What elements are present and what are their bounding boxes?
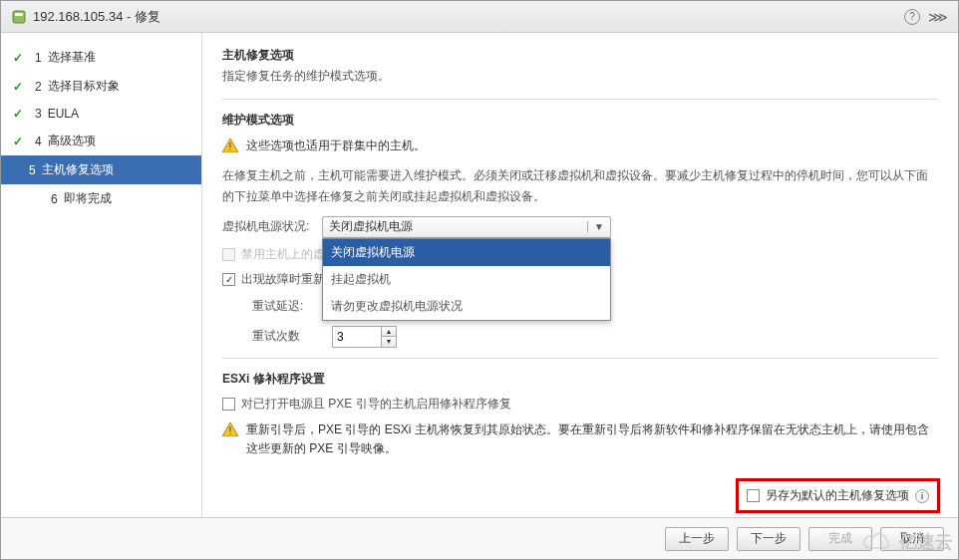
esxi-pxe-checkbox[interactable]: [222, 398, 235, 411]
dropdown-option-poweroff[interactable]: 关闭虚拟机电源: [323, 239, 610, 266]
finish-button: 完成: [808, 527, 872, 551]
dialog-body: ✓1选择基准 ✓2选择目标对象 ✓3EULA ✓4高级选项 5主机修复选项 ✓6…: [1, 33, 958, 517]
svg-rect-0: [13, 11, 25, 23]
next-button[interactable]: 下一步: [737, 527, 800, 551]
maintenance-warning: ! 这些选项也适用于群集中的主机。: [222, 137, 938, 155]
maintenance-paragraph: 在修复主机之前，主机可能需要进入维护模式。必须关闭或迁移虚拟机和虚拟设备。要减少…: [222, 165, 938, 206]
spinner-up-icon[interactable]: ▲: [382, 327, 396, 337]
wizard-sidebar: ✓1选择基准 ✓2选择目标对象 ✓3EULA ✓4高级选项 5主机修复选项 ✓6…: [1, 33, 202, 517]
esxi-warning: ! 重新引导后，PXE 引导的 ESXi 主机将恢复到其原始状态。要在重新引导后…: [222, 420, 938, 458]
cancel-button[interactable]: 取消: [880, 527, 944, 551]
vm-power-select[interactable]: 关闭虚拟机电源 ▼ 关闭虚拟机电源 挂起虚拟机 请勿更改虚拟机电源状况: [322, 216, 611, 238]
help-icon[interactable]: ?: [904, 9, 920, 25]
info-icon[interactable]: i: [915, 489, 929, 503]
dialog-window: 192.168.105.34 - 修复 ? ⋙ ✓1选择基准 ✓2选择目标对象 …: [0, 0, 959, 560]
esxi-pxe-label: 对已打开电源且 PXE 引导的主机启用修补程序修复: [241, 396, 511, 413]
retry-delay-label: 重试延迟:: [222, 298, 332, 315]
disable-dpm-checkbox: [222, 248, 235, 261]
esxi-pxe-row: 对已打开电源且 PXE 引导的主机启用修补程序修复: [222, 396, 938, 413]
svg-rect-1: [15, 13, 23, 16]
retry-count-spinner[interactable]: ▲▼: [332, 326, 397, 348]
step-select-target[interactable]: ✓2选择目标对象: [1, 72, 201, 101]
maintenance-warning-text: 这些选项也适用于群集中的主机。: [246, 137, 426, 155]
svg-text:!: !: [229, 141, 232, 152]
retry-count-row: 重试次数 ▲▼: [222, 326, 938, 348]
window-title: 192.168.105.34 - 修复: [33, 8, 904, 26]
step-ready-complete[interactable]: ✓6即将完成: [1, 184, 201, 213]
svg-text:!: !: [229, 425, 232, 436]
divider: [222, 358, 938, 359]
step-advanced[interactable]: ✓4高级选项: [1, 127, 201, 155]
page-description: 指定修复任务的维护模式选项。: [222, 68, 938, 85]
expand-icon[interactable]: ⋙: [928, 9, 948, 25]
maintenance-header: 维护模式选项: [222, 112, 938, 129]
content-panel: 主机修复选项 指定修复任务的维护模式选项。 维护模式选项 ! 这些选项也适用于群…: [202, 33, 958, 517]
vm-power-row: 虚拟机电源状况: 关闭虚拟机电源 ▼ 关闭虚拟机电源 挂起虚拟机 请勿更改虚拟机…: [222, 216, 938, 238]
divider: [222, 99, 938, 100]
save-default-label: 另存为默认的主机修复选项: [766, 487, 909, 504]
retry-on-fail-checkbox[interactable]: [222, 273, 235, 286]
retry-on-fail-label: 出现故障时重新: [241, 271, 325, 288]
save-default-checkbox[interactable]: [747, 489, 760, 502]
vm-power-label: 虚拟机电源状况:: [222, 218, 322, 235]
warning-icon: !: [222, 139, 238, 152]
dialog-footer: 上一步 下一步 完成 取消 亿速云: [1, 517, 958, 559]
retry-count-input[interactable]: [332, 326, 382, 348]
step-eula[interactable]: ✓3EULA: [1, 101, 201, 127]
disable-dpm-label: 禁用主机上的虚: [241, 246, 325, 263]
save-default-highlight: 另存为默认的主机修复选项 i: [736, 478, 940, 513]
esxi-header: ESXi 修补程序设置: [222, 371, 938, 388]
esxi-warning-text: 重新引导后，PXE 引导的 ESXi 主机将恢复到其原始状态。要在重新引导后将新…: [246, 420, 938, 458]
page-title: 主机修复选项: [222, 47, 938, 64]
dropdown-option-suspend[interactable]: 挂起虚拟机: [323, 266, 610, 293]
step-host-remediation[interactable]: 5主机修复选项: [1, 155, 201, 184]
step-select-baseline[interactable]: ✓1选择基准: [1, 43, 201, 72]
dropdown-option-nochange[interactable]: 请勿更改虚拟机电源状况: [323, 293, 610, 320]
titlebar: 192.168.105.34 - 修复 ? ⋙: [1, 1, 958, 33]
chevron-down-icon: ▼: [587, 221, 604, 232]
spinner-down-icon[interactable]: ▼: [382, 337, 396, 347]
retry-count-label: 重试次数: [222, 328, 332, 345]
warning-icon: !: [222, 422, 238, 436]
back-button[interactable]: 上一步: [665, 527, 729, 551]
vm-power-dropdown: 关闭虚拟机电源 挂起虚拟机 请勿更改虚拟机电源状况: [322, 238, 611, 321]
host-icon: [11, 9, 27, 25]
vm-power-selected-value: 关闭虚拟机电源: [329, 218, 413, 235]
